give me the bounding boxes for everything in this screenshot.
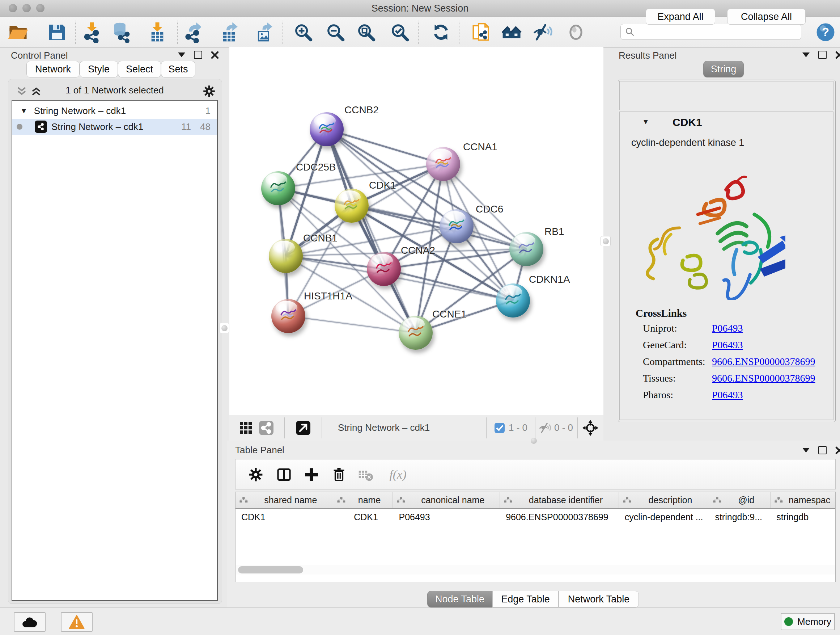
gene-expander-icon[interactable]: ▼ [642, 118, 649, 126]
column-header-shared-name[interactable]: shared name [235, 492, 333, 508]
application-window: Session: New Session [0, 0, 840, 635]
cell-description[interactable]: cyclin-dependent ... [619, 509, 709, 525]
panel-menu-icon[interactable] [178, 52, 185, 57]
help-button[interactable]: ? [815, 21, 836, 43]
zoom-selected-button[interactable] [389, 21, 411, 43]
expand-all-button[interactable]: Expand All [646, 9, 715, 25]
apply-layout-button[interactable] [430, 21, 452, 43]
crosslink-genecard-link[interactable]: P06493 [712, 339, 743, 351]
table-horizontal-scrollbar[interactable] [236, 565, 835, 575]
export-table-button[interactable] [219, 21, 240, 43]
gear-icon[interactable] [202, 85, 216, 98]
export-network-button[interactable] [183, 21, 204, 43]
tab-network-table[interactable]: Network Table [559, 591, 639, 608]
node-HIST1H1A[interactable] [271, 299, 305, 333]
collection-expander-icon[interactable]: ▼ [20, 107, 27, 115]
import-table-from-file-button[interactable] [147, 21, 168, 43]
tab-edge-table[interactable]: Edge Table [493, 591, 559, 608]
node-CDKN1A[interactable] [496, 283, 530, 318]
close-panel-icon[interactable] [835, 51, 840, 59]
search-field[interactable] [621, 24, 801, 40]
search-input[interactable] [638, 27, 801, 37]
delete-column-trash-icon[interactable] [329, 464, 349, 485]
crosslink-uniprot-link[interactable]: P06493 [712, 323, 743, 334]
hide-selected-button[interactable] [532, 21, 554, 43]
tab-select[interactable]: Select [118, 61, 161, 78]
show-all-button[interactable] [565, 21, 587, 43]
node-CCNB2[interactable] [309, 112, 344, 146]
node-CCNE1[interactable] [399, 316, 433, 350]
cell-namespace[interactable]: stringdb [771, 509, 835, 525]
status-bar: Memory [0, 608, 840, 635]
float-panel-icon[interactable] [194, 51, 202, 59]
scrollbar-thumb[interactable] [238, 566, 303, 573]
memory-button[interactable]: Memory [781, 613, 835, 630]
column-header-name[interactable]: name [333, 492, 393, 508]
tab-node-table[interactable]: Node Table [427, 591, 493, 608]
node-label-CDC25B: CDC25B [296, 162, 336, 173]
network-canvas[interactable]: CCNB2CCNA1CDC25BCDK1CDC6RB1CCNB1CCNA2CDK… [229, 47, 603, 415]
column-header-canonical-name[interactable]: canonical name [393, 492, 500, 508]
cloud-tasks-button[interactable] [14, 612, 46, 632]
save-session-button[interactable] [46, 21, 68, 43]
crosslink-compartments-link[interactable]: 9606.ENSP00000378699 [712, 356, 815, 367]
left-splitter-handle[interactable] [219, 323, 229, 333]
create-column-plus-icon[interactable] [302, 464, 322, 485]
float-panel-icon[interactable] [818, 51, 827, 59]
node-label-CCNA1: CCNA1 [463, 141, 497, 153]
node-label-CDK1: CDK1 [369, 180, 396, 191]
open-session-button[interactable] [7, 21, 29, 43]
node-CCNB1[interactable] [269, 239, 303, 273]
close-panel-icon[interactable] [211, 51, 219, 59]
right-splitter-handle[interactable] [600, 236, 611, 246]
crosslink-pharos-link[interactable]: P06493 [712, 389, 743, 401]
bottom-splitter-handle[interactable] [529, 436, 538, 445]
new-network-from-selection-button[interactable] [470, 21, 492, 43]
cell-name[interactable]: CDK1 [333, 509, 393, 525]
crosslink-tissues-link[interactable]: 9606.ENSP00000378699 [712, 372, 815, 384]
column-header-namespace[interactable]: namespac [771, 492, 835, 508]
node-CDK1[interactable] [335, 188, 369, 223]
node-CCNA1[interactable] [426, 147, 460, 181]
warnings-button[interactable] [61, 612, 93, 632]
selected-checkbox-icon[interactable] [493, 420, 506, 436]
tab-sets[interactable]: Sets [161, 61, 195, 78]
node-CCNA2[interactable] [367, 252, 401, 286]
collapse-all-button[interactable]: Collapse All [727, 9, 806, 25]
first-neighbors-button[interactable] [501, 21, 523, 43]
column-header-id[interactable]: @id [709, 492, 771, 508]
birds-eye-toggle-icon[interactable] [583, 420, 598, 436]
export-image-button[interactable] [254, 21, 275, 43]
node-RB1[interactable] [509, 232, 543, 266]
tab-string[interactable]: String [703, 61, 744, 78]
view-mode-icon[interactable] [258, 420, 274, 436]
cell-canonical-name[interactable]: P06493 [393, 509, 500, 525]
function-builder-label: f(x) [389, 468, 406, 481]
zoom-fit-button[interactable] [355, 21, 377, 43]
table-row[interactable]: CDK1 CDK1 P06493 9606.ENSP00000378699 cy… [235, 509, 835, 525]
tab-network[interactable]: Network [27, 61, 80, 78]
zoom-in-button[interactable] [292, 21, 314, 43]
detach-view-icon[interactable] [295, 420, 311, 436]
float-panel-icon[interactable] [818, 446, 827, 454]
zoom-out-button[interactable] [325, 21, 346, 43]
tab-style[interactable]: Style [80, 61, 118, 78]
column-header-database-identifier[interactable]: database identifier [500, 492, 619, 508]
node-CDC25B[interactable] [261, 171, 295, 205]
import-network-from-file-button[interactable] [81, 21, 103, 43]
network-collection-row[interactable]: ▼ String Network – cdk1 1 [12, 103, 217, 119]
node-CDC6[interactable] [439, 209, 474, 243]
panel-menu-icon[interactable] [802, 52, 810, 57]
table-settings-gear-icon[interactable] [246, 464, 266, 485]
cell-id[interactable]: stringdb:9... [709, 509, 771, 525]
column-header-description[interactable]: description [619, 492, 709, 508]
show-columns-icon[interactable] [274, 464, 294, 485]
close-panel-icon[interactable] [835, 447, 840, 454]
cell-database-identifier[interactable]: 9606.ENSP00000378699 [500, 509, 619, 525]
import-network-from-database-button[interactable] [111, 21, 132, 43]
grid-mode-icon[interactable] [238, 420, 254, 436]
network-row-selected[interactable]: String Network – cdk1 11 48 [12, 119, 217, 135]
panel-menu-icon[interactable] [802, 448, 810, 453]
cell-shared-name[interactable]: CDK1 [235, 509, 333, 525]
gene-header-row[interactable]: ▼ CDK1 [620, 112, 833, 133]
